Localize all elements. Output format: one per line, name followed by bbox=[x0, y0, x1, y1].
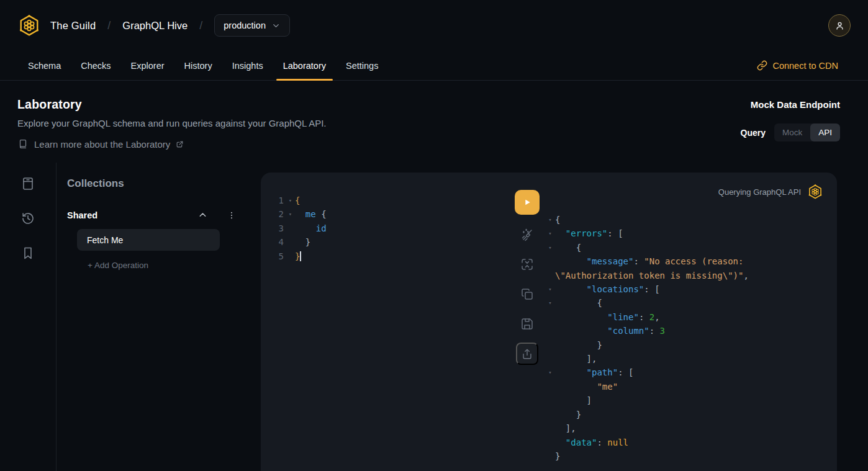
connect-to-cdn-link[interactable]: Connect to CDN bbox=[757, 51, 838, 80]
laboratory-main: Collections Shared Fetch Me + Add Operat… bbox=[0, 163, 868, 471]
code-text: } bbox=[295, 235, 310, 249]
response-line: ▾ "errors": [ bbox=[545, 227, 823, 240]
code-text: "message": "No access (reason: bbox=[555, 254, 743, 268]
code-text: } bbox=[555, 338, 602, 352]
prettify-icon[interactable] bbox=[520, 227, 535, 242]
tab-checks[interactable]: Checks bbox=[71, 51, 120, 80]
fold-gutter bbox=[545, 352, 555, 366]
line-number: 4 bbox=[261, 235, 286, 249]
page-head: Laboratory Explore your GraphQL schema a… bbox=[0, 81, 868, 163]
response-line: ▾{ bbox=[545, 213, 823, 227]
code-text: } bbox=[555, 408, 581, 421]
bookmark-icon[interactable] bbox=[20, 246, 35, 261]
endpoint-option-mock[interactable]: Mock bbox=[774, 123, 810, 141]
code-text: ], bbox=[555, 352, 597, 366]
fold-arrow-icon[interactable]: ▾ bbox=[545, 296, 555, 310]
collections-title: Collections bbox=[67, 177, 261, 190]
collection-group-shared[interactable]: Shared bbox=[67, 210, 261, 220]
line-number: 3 bbox=[261, 222, 286, 235]
merge-fragments-icon[interactable] bbox=[520, 257, 535, 272]
response-line: "me" bbox=[545, 380, 823, 393]
tab-schema[interactable]: Schema bbox=[19, 51, 70, 80]
breadcrumb-project[interactable]: GraphQL Hive bbox=[122, 20, 188, 32]
line-number: 2 bbox=[261, 207, 286, 221]
fold-arrow-icon[interactable]: ▾ bbox=[545, 366, 555, 379]
tab-explorer[interactable]: Explorer bbox=[122, 51, 174, 80]
response-line: ], bbox=[545, 352, 823, 366]
chevron-down-icon bbox=[271, 21, 281, 30]
learn-more-label: Learn more about the Laboratory bbox=[34, 139, 170, 150]
docs-icon[interactable] bbox=[20, 176, 35, 191]
response-line: } bbox=[545, 449, 823, 463]
operation-item[interactable]: Fetch Me bbox=[77, 229, 220, 251]
book-icon bbox=[17, 138, 29, 150]
code-text: "data": null bbox=[555, 436, 628, 449]
response-line: ] bbox=[545, 393, 823, 407]
query-editor[interactable]: 1▾{2▾ me {3 id4 }5} bbox=[261, 173, 509, 471]
query-line: 3 id bbox=[261, 222, 509, 235]
code-text: "errors": [ bbox=[555, 227, 623, 240]
code-text: "line": 2, bbox=[555, 310, 660, 324]
fold-gutter bbox=[286, 249, 295, 263]
fold-arrow-icon[interactable]: ▾ bbox=[286, 194, 295, 207]
save-operation-icon[interactable] bbox=[520, 316, 535, 331]
fold-gutter bbox=[545, 324, 555, 338]
external-link-icon bbox=[176, 140, 184, 148]
fold-arrow-icon[interactable]: ▾ bbox=[545, 241, 555, 254]
page-subtitle: Explore your GraphQL schema and run quer… bbox=[17, 118, 840, 128]
link-icon bbox=[757, 60, 767, 71]
query-line: 5} bbox=[261, 249, 509, 263]
query-line: 1▾{ bbox=[261, 194, 509, 207]
execute-query-button[interactable] bbox=[515, 190, 540, 215]
code-text: \"Authorization token is missing\")", bbox=[555, 269, 749, 282]
fold-arrow-icon[interactable]: ▾ bbox=[286, 207, 295, 221]
graphiql-panel: 1▾{2▾ me {3 id4 }5} bbox=[261, 173, 837, 471]
kebab-menu-icon[interactable] bbox=[227, 210, 237, 220]
text-cursor bbox=[300, 251, 301, 261]
endpoint-option-api[interactable]: API bbox=[810, 123, 840, 141]
code-text: { bbox=[555, 241, 581, 254]
response-endpoint-label: Querying GraphQL API bbox=[718, 187, 801, 197]
response-line: } bbox=[545, 338, 823, 352]
code-text: } bbox=[295, 249, 301, 263]
code-text: { bbox=[555, 213, 560, 227]
fold-gutter bbox=[545, 421, 555, 435]
tab-settings[interactable]: Settings bbox=[337, 51, 387, 80]
response-line: ▾ "path": [ bbox=[545, 366, 823, 379]
fold-gutter bbox=[545, 408, 555, 421]
copy-query-icon[interactable] bbox=[520, 287, 535, 302]
add-operation-button[interactable]: + Add Operation bbox=[88, 261, 261, 270]
chevron-up-icon[interactable] bbox=[197, 210, 208, 220]
response-line: "data": null bbox=[545, 436, 823, 449]
history-icon[interactable] bbox=[20, 211, 35, 226]
tab-insights[interactable]: Insights bbox=[223, 51, 273, 80]
response-line: ▾ { bbox=[545, 241, 823, 254]
project-navbar: SchemaChecksExplorerHistoryInsightsLabor… bbox=[0, 51, 868, 81]
tab-laboratory[interactable]: Laboratory bbox=[274, 51, 335, 80]
code-text: "me" bbox=[555, 380, 618, 393]
share-operation-button[interactable] bbox=[516, 343, 538, 365]
collection-group-label: Shared bbox=[67, 210, 97, 220]
learn-more-link[interactable]: Learn more about the Laboratory bbox=[17, 138, 840, 150]
fold-arrow-icon[interactable]: ▾ bbox=[545, 227, 555, 240]
response-pane: Querying GraphQL API ▾{▾ "errors": [▾ bbox=[545, 173, 837, 471]
breadcrumb-separator: / bbox=[199, 19, 202, 32]
response-line: "column": 3 bbox=[545, 324, 823, 338]
response-viewer[interactable]: ▾{▾ "errors": [▾ { "message": "No access… bbox=[545, 213, 823, 463]
tab-history[interactable]: History bbox=[175, 51, 222, 80]
mock-endpoint-box: Mock Data Endpoint Query MockAPI bbox=[741, 99, 841, 141]
fold-arrow-icon[interactable]: ▾ bbox=[545, 282, 555, 296]
user-avatar[interactable] bbox=[828, 14, 851, 37]
code-text: "column": 3 bbox=[555, 324, 665, 338]
fold-arrow-icon[interactable]: ▾ bbox=[545, 213, 555, 227]
fold-gutter bbox=[545, 254, 555, 268]
target-selector[interactable]: production bbox=[214, 14, 290, 37]
response-line: ▾ { bbox=[545, 296, 823, 310]
hive-logo[interactable] bbox=[17, 14, 41, 37]
fold-gutter bbox=[286, 222, 295, 235]
breadcrumb-org[interactable]: The Guild bbox=[50, 20, 96, 32]
sidebar-rail bbox=[0, 163, 56, 471]
response-line: } bbox=[545, 408, 823, 421]
breadcrumb-separator: / bbox=[107, 19, 111, 32]
code-text: me { bbox=[295, 207, 327, 221]
